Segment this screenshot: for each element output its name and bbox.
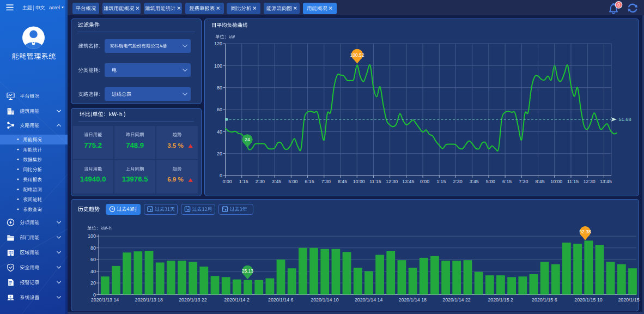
svg-text:0:00: 0:00 (222, 179, 232, 184)
svg-text:2020/1/13 18: 2020/1/13 18 (135, 297, 163, 303)
svg-text:13976.5: 13976.5 (122, 175, 148, 183)
svg-text:100: 100 (88, 233, 96, 239)
svg-text:24: 24 (245, 137, 250, 142)
svg-text:1:15: 1:15 (436, 179, 446, 184)
svg-text:2020/1/13 22: 2020/1/13 22 (179, 297, 206, 303)
svg-text:7:30: 7:30 (519, 179, 528, 184)
svg-text:3:45: 3:45 (470, 179, 479, 184)
svg-text:20: 20 (217, 151, 222, 156)
svg-text:11:15: 11:15 (567, 179, 579, 184)
svg-text:12:30: 12:30 (386, 179, 398, 184)
svg-text:3.5 %: 3.5 % (167, 142, 183, 149)
svg-text:20: 20 (90, 280, 96, 286)
svg-text:5:00: 5:00 (486, 179, 495, 184)
svg-text:80: 80 (217, 85, 222, 90)
svg-text:1:15: 1:15 (239, 179, 248, 184)
svg-text:2020/1/15 10: 2020/1/15 10 (574, 297, 602, 303)
svg-text:40: 40 (90, 269, 96, 274)
svg-text:2020/1/15 6: 2020/1/15 6 (532, 297, 557, 303)
svg-text:2020/1/15 2: 2020/1/15 2 (488, 297, 513, 303)
svg-text:2020/1/15: 2020/1/15 (618, 297, 639, 303)
svg-text:14940.0: 14940.0 (80, 175, 106, 183)
svg-text:3:45: 3:45 (272, 179, 281, 184)
svg-text:2020/1/14 14: 2020/1/14 14 (355, 297, 382, 303)
svg-text:6:15: 6:15 (305, 179, 314, 184)
svg-text:60: 60 (217, 107, 222, 112)
svg-text:13:45: 13:45 (402, 179, 414, 184)
svg-text:10:00: 10:00 (353, 179, 365, 184)
svg-text:0:00: 0:00 (420, 179, 429, 184)
svg-text:6.9 %: 6.9 % (167, 176, 183, 183)
svg-text:10:00: 10:00 (550, 179, 562, 184)
svg-text:7:30: 7:30 (321, 179, 331, 184)
svg-text:13:45: 13:45 (600, 179, 612, 184)
svg-text:8:45: 8:45 (338, 179, 347, 184)
svg-text:2020/1/14 2: 2020/1/14 2 (224, 297, 250, 303)
svg-text:0: 0 (220, 173, 222, 178)
svg-text:2020/1/14 18: 2020/1/14 18 (399, 297, 427, 303)
svg-text:11:15: 11:15 (369, 179, 381, 184)
svg-text:8:45: 8:45 (535, 179, 544, 184)
svg-text:2020/1/14 10: 2020/1/14 10 (311, 297, 338, 303)
svg-text:92.38: 92.38 (579, 229, 591, 234)
svg-text:acrel: acrel (49, 5, 60, 10)
svg-text:60: 60 (90, 257, 96, 262)
svg-text:6:15: 6:15 (502, 179, 512, 184)
svg-text:12:30: 12:30 (584, 179, 596, 184)
svg-text:100: 100 (214, 63, 222, 69)
svg-text:775.2: 775.2 (84, 141, 102, 149)
svg-text:25.13: 25.13 (242, 268, 254, 274)
svg-text:748.9: 748.9 (126, 141, 144, 149)
svg-text:40: 40 (217, 129, 222, 135)
svg-text:100.52: 100.52 (350, 52, 364, 58)
svg-text:120: 120 (214, 41, 222, 46)
svg-text:2:30: 2:30 (256, 179, 265, 184)
svg-text:2:30: 2:30 (453, 179, 462, 184)
svg-text:2020/1/13 14: 2020/1/13 14 (91, 297, 119, 303)
svg-text:0: 0 (617, 2, 620, 8)
svg-text:51.68: 51.68 (619, 117, 631, 122)
svg-text:5:00: 5:00 (288, 179, 297, 184)
svg-text:2020/1/14 22: 2020/1/14 22 (442, 297, 470, 303)
svg-text:80: 80 (90, 245, 96, 251)
svg-text:2020/1/14 6: 2020/1/14 6 (268, 297, 294, 303)
